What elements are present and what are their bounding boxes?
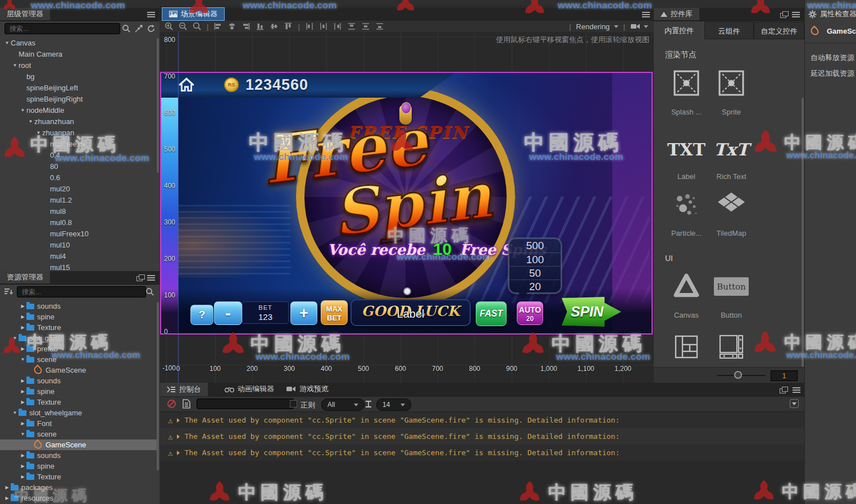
hierarchy-node[interactable]: mul1.2: [0, 194, 157, 205]
asset-node[interactable]: Font: [0, 418, 157, 429]
console-menu-icon[interactable]: [793, 387, 800, 388]
hierarchy-node[interactable]: mulFreex10: [0, 228, 157, 239]
hierarchy-node[interactable]: mul4: [0, 250, 157, 262]
clear-console-icon[interactable]: [167, 400, 176, 408]
hierarchy-node[interactable]: mul20: [0, 183, 157, 194]
bet-minus-button[interactable]: -: [214, 301, 242, 325]
hierarchy-node[interactable]: mul0.8: [0, 217, 157, 228]
hierarchy-menu-icon[interactable]: [147, 12, 155, 13]
zoom-reset-icon[interactable]: [193, 22, 202, 31]
asset-node[interactable]: sounds: [0, 301, 157, 311]
game-canvas[interactable]: FREE SPIN Free Spin RS 1234560 Você rece…: [160, 72, 653, 335]
hierarchy-node[interactable]: zhuanzhuan: [0, 116, 157, 127]
log-level-dropdown[interactable]: All: [321, 398, 365, 411]
asset-node[interactable]: spine: [0, 461, 157, 471]
hierarchy-node[interactable]: 0.6: [0, 172, 157, 183]
distribute-h-left-icon[interactable]: [305, 22, 314, 31]
bet-option[interactable]: 20: [509, 280, 561, 293]
align-h-center-icon[interactable]: [227, 22, 236, 31]
distribute-h-center-icon[interactable]: [319, 22, 328, 31]
asset-node[interactable]: GameScene: [0, 365, 157, 375]
console-popup-icon[interactable]: [780, 388, 786, 393]
asset-node[interactable]: Texture: [0, 471, 157, 482]
collapse-icon[interactable]: [19, 400, 26, 405]
distribute-v-top-icon[interactable]: [347, 22, 356, 31]
assets-search-input[interactable]: [17, 286, 146, 297]
hierarchy-locate-icon[interactable]: [134, 24, 143, 33]
collapse-icon[interactable]: [19, 325, 26, 330]
expand-icon[interactable]: [19, 108, 26, 113]
zoom-slider-thumb[interactable]: [734, 371, 742, 379]
collapse-icon[interactable]: [19, 304, 26, 309]
collapse-icon[interactable]: [19, 453, 26, 458]
tab-assets[interactable]: 资源管理器: [0, 271, 50, 283]
tab-custom-widgets[interactable]: 自定义控件: [754, 22, 804, 39]
console-message[interactable]: ⚠The Asset used by component "cc.Sprite"…: [160, 412, 804, 428]
bet-plus-button[interactable]: +: [290, 301, 317, 325]
console-filter-input[interactable]: [197, 398, 294, 409]
regex-checkbox[interactable]: [290, 400, 297, 407]
widget-button[interactable]: Button Button: [711, 272, 752, 328]
expand-log-icon[interactable]: [177, 418, 180, 423]
widget-particle[interactable]: Particle...: [666, 191, 707, 247]
tab-builtin-widgets[interactable]: 内置控件: [654, 22, 704, 39]
scene-menu-icon[interactable]: [642, 12, 650, 13]
collapse-icon[interactable]: [3, 496, 11, 501]
log-file-icon[interactable]: [183, 399, 190, 409]
help-button[interactable]: ?: [190, 305, 213, 325]
font-size-dropdown[interactable]: 14: [376, 398, 411, 411]
collapse-icon[interactable]: [19, 378, 26, 383]
asset-node[interactable]: spine: [0, 386, 157, 397]
widget-label[interactable]: TXT Label: [666, 134, 707, 190]
asset-node[interactable]: spine: [0, 311, 157, 322]
hierarchy-node[interactable]: spineBeijingLeft: [0, 82, 157, 93]
expand-icon[interactable]: [27, 119, 34, 124]
asset-node-selected[interactable]: GameScene: [0, 439, 157, 450]
expand-log-icon[interactable]: [177, 434, 180, 439]
bet-option[interactable]: 50: [509, 267, 561, 280]
hierarchy-node[interactable]: nodeMiddle: [0, 104, 157, 116]
expand-log-icon[interactable]: [177, 451, 180, 455]
align-left-icon[interactable]: [213, 22, 222, 31]
goodluck-panel[interactable]: GOOD LUCK Label: [350, 299, 471, 326]
asset-node[interactable]: Texture: [0, 397, 157, 407]
align-v-center-icon[interactable]: [270, 22, 279, 31]
zoom-in-icon[interactable]: [165, 22, 174, 31]
collapse-icon[interactable]: [19, 389, 26, 394]
align-right-icon[interactable]: [242, 22, 251, 31]
collapse-icon[interactable]: [19, 474, 26, 479]
distribute-v-bottom-icon[interactable]: [375, 22, 384, 31]
anchor-gizmo[interactable]: [403, 287, 411, 295]
hierarchy-node[interactable]: Main Camera: [0, 48, 157, 59]
hierarchy-search-icon[interactable]: [122, 24, 131, 33]
tab-widgets[interactable]: 控件库: [654, 8, 699, 20]
console-message[interactable]: ⚠The Asset used by component "cc.Sprite"…: [160, 445, 804, 461]
asset-node[interactable]: sounds: [0, 375, 157, 386]
widget-sprite[interactable]: Sprite: [711, 70, 752, 126]
hierarchy-refresh-icon[interactable]: [147, 24, 156, 33]
hierarchy-node[interactable]: root: [0, 59, 157, 71]
widgets-popup-icon[interactable]: [780, 13, 786, 18]
tab-console[interactable]: 控制台: [160, 383, 208, 396]
expand-icon[interactable]: [19, 432, 26, 437]
collapse-icon[interactable]: [3, 485, 11, 490]
hierarchy-node[interactable]: mul15: [0, 262, 157, 271]
hierarchy-node[interactable]: Canvas: [0, 37, 157, 48]
assets-popup-icon[interactable]: [136, 276, 143, 281]
bet-option[interactable]: 100: [509, 253, 561, 267]
collapse-icon[interactable]: [19, 314, 26, 319]
tab-cloud-widgets[interactable]: 云组件: [704, 22, 754, 39]
widget-canvas[interactable]: Canvas: [666, 272, 707, 328]
align-bottom-icon[interactable]: [256, 22, 265, 31]
zoom-value-box[interactable]: 1: [771, 370, 798, 381]
asset-node[interactable]: scene: [0, 429, 157, 439]
assets-menu-icon[interactable]: [147, 275, 155, 276]
hierarchy-node[interactable]: bg: [0, 71, 157, 82]
tab-animation-editor[interactable]: 动画编辑器: [218, 383, 281, 395]
expand-icon[interactable]: [11, 410, 19, 415]
widgets-menu-icon[interactable]: [792, 12, 800, 13]
distribute-v-center-icon[interactable]: [361, 22, 370, 31]
collapse-logs-icon[interactable]: [790, 399, 799, 408]
zoom-out-icon[interactable]: [179, 22, 188, 31]
expand-icon[interactable]: [11, 63, 19, 68]
